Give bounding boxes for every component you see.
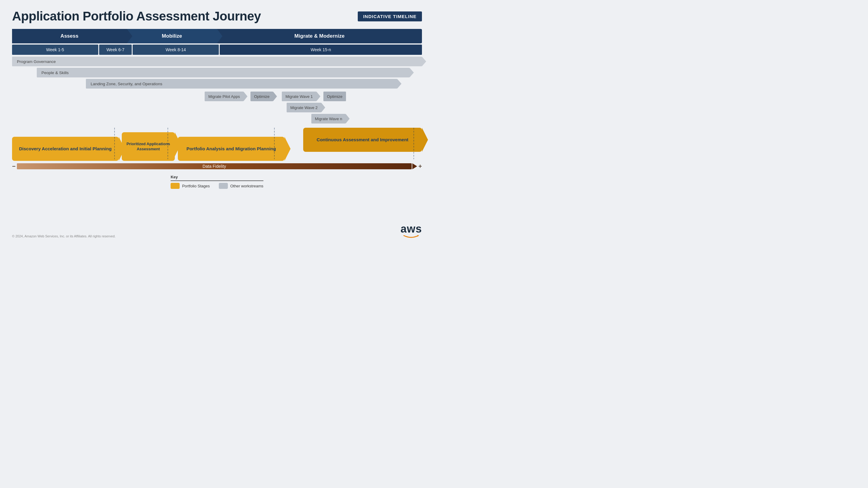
phase-assess: Assess	[12, 29, 127, 43]
governance-people: People & Skills	[12, 68, 422, 77]
migration-rows: Migrate Pilot Apps Optimize Migrate Wave…	[12, 92, 422, 124]
week-6-7: Week 6-7	[99, 44, 132, 55]
key-item-portfolio: Portfolio Stages	[170, 183, 210, 189]
portfolio-arrows-row: Discovery Acceleration and Initial Plann…	[12, 128, 422, 161]
portfolio-stage-label: Portfolio Stages	[182, 184, 210, 188]
landing-zone-bar: Landing Zone, Security, and Operations	[86, 79, 398, 89]
footer-copyright: © 2024, Amazon Web Services, Inc. or its…	[12, 234, 116, 238]
governance-rows: Program Governance People & Skills Landi…	[12, 57, 422, 89]
migrate-wave-1: Migrate Wave 1	[282, 92, 316, 101]
migrate-wave-n: Migrate Wave n	[311, 114, 346, 124]
key-items: Portfolio Stages Other workstreams	[170, 183, 264, 189]
phase-migrate: Migrate & Modernize	[217, 29, 422, 43]
week-15-n: Week 15-n	[220, 44, 422, 55]
phase-bar: Assess Mobilize Migrate & Modernize	[12, 29, 422, 43]
portfolio-section: Discovery Acceleration and Initial Plann…	[12, 128, 422, 161]
fidelity-bar: Data Fidelity	[17, 163, 412, 169]
fidelity-bar-container: − Data Fidelity +	[12, 162, 422, 170]
migration-row-1: Migrate Pilot Apps Optimize Migrate Wave…	[205, 92, 422, 101]
week-1-5: Week 1-5	[12, 44, 98, 55]
week-bar: Week 1-5 Week 6-7 Week 8-14 Week 15-n	[12, 44, 422, 55]
aws-smile-icon	[403, 234, 420, 238]
other-workstream-swatch	[219, 183, 228, 189]
portfolio-stage: Portfolio Analysis and Migration Plannin…	[178, 137, 284, 161]
optimize-1: Optimize	[250, 92, 273, 101]
page: Application Portfolio Assessment Journey…	[0, 0, 434, 244]
fidelity-minus: −	[12, 163, 16, 170]
discovery-stage: Discovery Acceleration and Initial Plann…	[12, 137, 119, 161]
fidelity-plus: +	[418, 163, 422, 170]
people-skills-bar: People & Skills	[37, 68, 410, 77]
other-workstream-label: Other workstreams	[230, 184, 264, 188]
page-title: Application Portfolio Assessment Journey	[12, 9, 261, 24]
header-row: Application Portfolio Assessment Journey…	[12, 9, 422, 24]
key-title-underline	[170, 181, 264, 181]
week-8-14: Week 8-14	[133, 44, 219, 55]
key-section-wrapper: Key Portfolio Stages Other workstreams	[12, 175, 422, 189]
prioritized-stage: Prioritized Applications Assessment	[122, 132, 175, 161]
key-title: Key	[170, 175, 178, 179]
fidelity-arrow-icon	[412, 163, 417, 169]
aws-text: aws	[401, 224, 422, 234]
migrate-pilot-apps: Migrate Pilot Apps	[205, 92, 244, 101]
fidelity-label: Data Fidelity	[203, 164, 226, 169]
key-group: Key Portfolio Stages Other workstreams	[170, 175, 264, 189]
key-item-other: Other workstreams	[219, 183, 264, 189]
phase-mobilize: Mobilize	[127, 29, 217, 43]
governance-program: Program Governance	[12, 57, 422, 66]
program-governance-bar: Program Governance	[12, 57, 422, 66]
migration-row-3: Migrate Wave n	[311, 114, 422, 124]
portfolio-stage-swatch	[170, 183, 180, 189]
migrate-wave-2: Migrate Wave 2	[287, 103, 321, 112]
optimize-2: Optimize	[323, 92, 346, 101]
aws-logo: aws	[401, 224, 422, 238]
continuous-stage: Continuous Assessment and Improvement	[303, 128, 422, 152]
migration-row-2: Migrate Wave 2	[287, 103, 422, 112]
indicative-timeline-badge: INDICATIVE TIMELINE	[358, 11, 422, 22]
governance-landing: Landing Zone, Security, and Operations	[12, 79, 422, 89]
